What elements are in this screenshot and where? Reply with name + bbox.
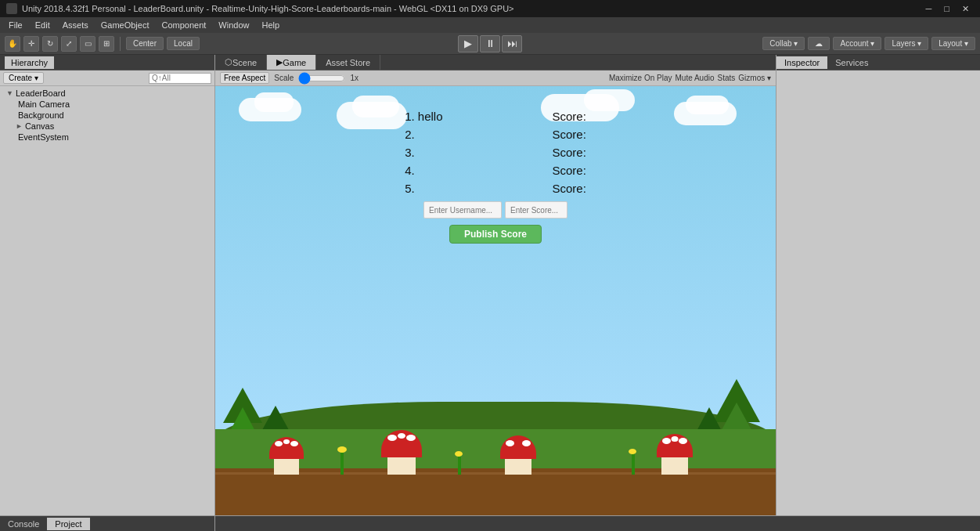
lb-score-4: Score: <box>553 164 586 177</box>
title-bar: Unity 2018.4.32f1 Personal - LeaderBoard… <box>0 0 980 17</box>
inspector-tab-services[interactable]: Services <box>827 56 876 69</box>
menu-file[interactable]: File <box>3 19 28 31</box>
game-subtoolbar: Free Aspect Scale 1x Maximize On Play Mu… <box>215 70 776 86</box>
menu-help[interactable]: Help <box>256 19 285 31</box>
lb-score-2: Score: <box>553 128 586 141</box>
maximize-on-play[interactable]: Maximize On Play <box>609 74 672 82</box>
bottom-area: Console Project Create ▾ ▼ Favorites 🔍 A… <box>0 515 980 531</box>
collab-area: Collab ▾ ☁ Account ▾ Layers ▾ Layout ▾ <box>762 37 975 50</box>
console-tab-console[interactable]: Console <box>0 518 47 530</box>
tab-game[interactable]: ▶ Game <box>267 55 316 70</box>
hierarchy-panel: Hierarchy Create ▾ ▼ LeaderBoard Main Ca… <box>0 55 215 515</box>
mushroom-2 <box>387 430 428 475</box>
step-button[interactable]: ⏭ <box>502 35 522 52</box>
hier-item-background[interactable]: Background <box>0 110 214 121</box>
layout-button[interactable]: Layout ▾ <box>931 37 975 50</box>
local-toggle[interactable]: Local <box>167 37 200 50</box>
lb-entry-1: 1. hello <box>405 110 442 123</box>
cloud-button[interactable]: ☁ <box>808 37 830 50</box>
hier-item-maincamera[interactable]: Main Camera <box>0 99 214 110</box>
lb-entry-4: 4. <box>405 164 442 177</box>
menu-component[interactable]: Component <box>156 19 211 31</box>
hier-item-canvas[interactable]: ► Canvas <box>0 121 214 132</box>
pause-button[interactable]: ⏸ <box>480 35 500 52</box>
game-sky: 1. hello 2. 3. 4. 5. Score: Score: Score… <box>215 86 776 515</box>
lb-entries-container: 1. hello 2. 3. 4. 5. Score: Score: Score… <box>405 110 586 195</box>
hier-label: LeaderBoard <box>16 88 66 98</box>
lb-entry-2: 2. <box>405 128 442 141</box>
hierarchy-search[interactable] <box>149 73 211 84</box>
main-layout: Hierarchy Create ▾ ▼ LeaderBoard Main Ca… <box>0 55 980 515</box>
transform-tool[interactable]: ⊞ <box>99 36 114 52</box>
account-button[interactable]: Account ▾ <box>833 37 881 50</box>
hier-item-leaderboard[interactable]: ▼ LeaderBoard <box>0 88 214 99</box>
inspector-panel: Inspector Services <box>776 55 980 515</box>
inspector-content <box>776 70 980 515</box>
tab-assetstore[interactable]: Asset Store <box>316 55 380 70</box>
lb-names-col: 1. hello 2. 3. 4. 5. <box>405 110 442 195</box>
move-tool[interactable]: ✛ <box>23 36 39 52</box>
lb-score-1: Score: <box>553 110 586 123</box>
hier-arrow: ► <box>16 122 23 130</box>
game-toolbar-right: Maximize On Play Mute Audio Stats Gizmos… <box>609 74 771 82</box>
plant-2 <box>458 455 461 475</box>
hier-arrow: ▼ <box>6 89 13 97</box>
hier-label: EventSystem <box>18 132 69 142</box>
score-input[interactable] <box>505 201 567 219</box>
menu-window[interactable]: Window <box>213 19 254 31</box>
play-button[interactable]: ▶ <box>458 35 478 52</box>
plant-3 <box>632 453 635 475</box>
hierarchy-content: ▼ LeaderBoard Main Camera Background ► C… <box>0 86 214 515</box>
collab-button[interactable]: Collab ▾ <box>762 37 805 50</box>
menu-gameobject[interactable]: GameObject <box>95 19 155 31</box>
scale-tool[interactable]: ⤢ <box>61 36 77 52</box>
lb-scores-col: Score: Score: Score: Score: Score: <box>553 110 586 195</box>
username-input[interactable] <box>423 201 502 219</box>
inspector-tabs: Inspector Services <box>776 55 980 70</box>
free-aspect-btn[interactable]: Free Aspect <box>220 72 269 84</box>
tab-game-icon: ▶ <box>276 57 283 67</box>
lb-score-3: Score: <box>553 146 586 159</box>
hierarchy-create-btn[interactable]: Create ▾ <box>3 72 44 84</box>
hierarchy-tab[interactable]: Hierarchy <box>5 56 54 69</box>
console-tabs: Console Project <box>0 516 214 531</box>
publish-score-button[interactable]: Publish Score <box>449 225 542 244</box>
inspector-tab-inspector[interactable]: Inspector <box>776 56 827 69</box>
tab-scene[interactable]: ⬡ Scene <box>215 55 267 70</box>
mushroom-3 <box>505 435 541 475</box>
app-icon <box>6 3 17 14</box>
center-area: ⬡ Scene ▶ Game Asset Store Free Aspect S… <box>215 55 776 515</box>
window-title: Unity 2018.4.32f1 Personal - LeaderBoard… <box>22 4 514 13</box>
lb-entry-3: 3. <box>405 146 442 159</box>
menu-bar: File Edit Assets GameObject Component Wi… <box>0 17 980 33</box>
hierarchy-toolbar: Create ▾ <box>0 70 214 86</box>
center-toggle[interactable]: Center <box>126 37 164 50</box>
layers-button[interactable]: Layers ▾ <box>885 37 928 50</box>
play-controls: ▶ ⏸ ⏭ <box>458 35 522 52</box>
plant-1 <box>340 451 344 475</box>
stats-btn[interactable]: Stats <box>718 74 736 82</box>
assets-panel: ⊞ ☰ ⋮ Assets › Scenes LeaderBoard <box>215 516 980 531</box>
scale-slider[interactable] <box>298 74 345 82</box>
leaderboard-overlay: 1. hello 2. 3. 4. 5. Score: Score: Score… <box>215 110 776 244</box>
minimize-btn[interactable]: ─ <box>921 4 937 14</box>
mushroom-1 <box>274 437 308 475</box>
lb-rank-1: 1. <box>405 110 418 123</box>
lb-name-1: hello <box>418 110 443 123</box>
hier-label: Background <box>18 110 64 120</box>
hier-label: Main Camera <box>18 99 70 109</box>
rotate-tool[interactable]: ↻ <box>42 36 58 52</box>
menu-assets[interactable]: Assets <box>57 19 94 31</box>
mushroom-4 <box>661 434 697 475</box>
maximize-btn[interactable]: □ <box>939 4 954 14</box>
rect-tool[interactable]: ▭ <box>80 36 95 52</box>
menu-edit[interactable]: Edit <box>30 19 56 31</box>
gizmos-btn[interactable]: Gizmos ▾ <box>738 74 771 82</box>
mute-audio[interactable]: Mute Audio <box>675 74 714 82</box>
console-tab-project[interactable]: Project <box>47 518 89 530</box>
hier-item-eventsystem[interactable]: EventSystem <box>0 132 214 143</box>
close-btn[interactable]: ✕ <box>957 4 974 14</box>
hand-tool[interactable]: ✋ <box>5 36 20 52</box>
scale-label: Scale <box>274 74 294 82</box>
assets-panel-header <box>215 516 980 531</box>
